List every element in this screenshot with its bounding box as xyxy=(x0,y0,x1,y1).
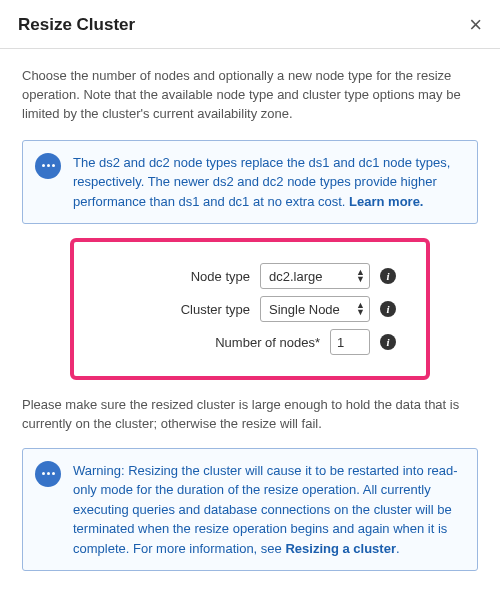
cluster-type-row: Cluster type Single Node ▲▼ i xyxy=(84,296,396,322)
intro-text: Choose the number of nodes and optionall… xyxy=(22,67,478,124)
node-type-row: Node type dc2.large ▲▼ i xyxy=(84,263,396,289)
info-bubble-icon xyxy=(35,153,61,179)
restart-warning-text: Warning: Resizing the cluster will cause… xyxy=(73,463,458,556)
close-icon[interactable]: × xyxy=(469,14,482,36)
node-type-select[interactable]: dc2.large ▲▼ xyxy=(260,263,370,289)
cluster-type-label: Cluster type xyxy=(110,302,250,317)
resizing-cluster-link[interactable]: Resizing a cluster xyxy=(285,541,396,556)
num-nodes-input[interactable]: 1 xyxy=(330,329,370,355)
size-warning-text: Please make sure the resized cluster is … xyxy=(22,396,478,434)
node-type-value: dc2.large xyxy=(269,269,322,284)
cluster-type-value: Single Node xyxy=(269,302,340,317)
select-arrows-icon: ▲▼ xyxy=(356,269,365,283)
modal-body: Choose the number of nodes and optionall… xyxy=(0,49,500,595)
modal-header: Resize Cluster × xyxy=(0,0,500,49)
info-icon[interactable]: i xyxy=(380,268,396,284)
node-type-label: Node type xyxy=(110,269,250,284)
num-nodes-row: Number of nodes* 1 i xyxy=(84,329,396,355)
resize-cluster-modal: Resize Cluster × Choose the number of no… xyxy=(0,0,500,595)
cluster-type-select[interactable]: Single Node ▲▼ xyxy=(260,296,370,322)
info-icon[interactable]: i xyxy=(380,334,396,350)
info-icon[interactable]: i xyxy=(380,301,396,317)
num-nodes-value: 1 xyxy=(337,335,344,350)
info-bubble-icon xyxy=(35,461,61,487)
restart-warning-box: Warning: Resizing the cluster will cause… xyxy=(22,448,478,572)
node-type-tip: The ds2 and dc2 node types replace the d… xyxy=(22,140,478,225)
modal-title: Resize Cluster xyxy=(18,15,135,35)
form-highlight-box: Node type dc2.large ▲▼ i Cluster type Si… xyxy=(70,238,430,380)
num-nodes-label: Number of nodes* xyxy=(180,335,320,350)
select-arrows-icon: ▲▼ xyxy=(356,302,365,316)
restart-warning-suffix: . xyxy=(396,541,400,556)
learn-more-link[interactable]: Learn more. xyxy=(349,194,423,209)
